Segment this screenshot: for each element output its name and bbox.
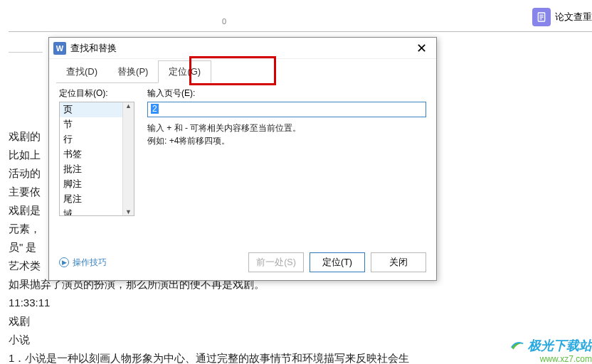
watermark-brand: 极光下载站 — [509, 337, 592, 354]
list-scrollbar[interactable]: ▲▼ — [122, 102, 134, 215]
list-item[interactable]: 行 — [60, 132, 122, 147]
doc-line: 小说 — [9, 331, 592, 348]
page-number-label: 输入页号(E): — [147, 87, 426, 100]
hint-line: 例如: +4将前移四项。 — [147, 134, 426, 147]
swoosh-icon — [509, 338, 525, 353]
page-number-value: 2 — [151, 104, 159, 114]
prev-button: 前一处(S) — [248, 252, 304, 272]
doc-tabstrip — [9, 31, 43, 53]
dialog-title: 查找和替换 — [70, 42, 411, 55]
target-label: 定位目标(O): — [59, 87, 134, 100]
watermark-url: www.xz7.com — [509, 354, 592, 364]
dialog-tabs: 查找(D) 替换(P) 定位(G) — [49, 59, 436, 83]
document-check-icon — [532, 8, 551, 26]
list-item[interactable]: 尾注 — [60, 192, 122, 207]
plagiarism-check-badge[interactable]: 论文查重 — [532, 7, 592, 27]
list-item[interactable]: 批注 — [60, 162, 122, 177]
doc-line: 戏剧 — [9, 312, 592, 330]
list-item[interactable]: 脚注 — [60, 177, 122, 192]
list-item[interactable]: 书签 — [60, 147, 122, 162]
tips-label: 操作技巧 — [73, 257, 107, 269]
list-item[interactable]: 页 — [60, 102, 122, 117]
close-button[interactable]: 关闭 — [371, 252, 426, 272]
doc-line: 1．小说是一种以刻画人物形象为中心、通过完整的故事情节和环境描写来反映社会生 — [9, 349, 592, 364]
play-icon: ▶ — [59, 257, 69, 267]
doc-line: 11:33:11 — [9, 294, 592, 311]
dialog-titlebar[interactable]: W 查找和替换 ✕ — [49, 38, 436, 59]
hint-text: 输入 + 和 - 可将相关内容移至当前位置。 例如: +4将前移四项。 — [147, 122, 426, 147]
close-icon[interactable]: ✕ — [411, 42, 432, 55]
tab-goto[interactable]: 定位(G) — [158, 60, 211, 83]
scroll-down-icon[interactable]: ▼ — [125, 208, 132, 215]
tab-replace[interactable]: 替换(P) — [107, 61, 158, 83]
goto-target-list[interactable]: 页 节 行 书签 批注 脚注 尾注 域 ▲▼ — [59, 102, 134, 216]
hint-line: 输入 + 和 - 可将相关内容移至当前位置。 — [147, 122, 426, 134]
badge-label: 论文查重 — [555, 11, 592, 23]
page-number-input[interactable]: 2 — [147, 102, 426, 117]
scroll-up-icon[interactable]: ▲ — [125, 102, 132, 109]
ruler-zero: 0 — [222, 17, 226, 26]
goto-button[interactable]: 定位(T) — [310, 252, 365, 272]
find-replace-dialog: W 查找和替换 ✕ 查找(D) 替换(P) 定位(G) 定位目标(O): 页 节… — [48, 37, 437, 281]
watermark: 极光下载站 www.xz7.com — [509, 337, 592, 364]
tips-link[interactable]: ▶ 操作技巧 — [59, 257, 107, 269]
app-icon: W — [53, 42, 66, 55]
list-item[interactable]: 域 — [60, 207, 122, 215]
tab-find[interactable]: 查找(D) — [56, 61, 107, 83]
list-item[interactable]: 节 — [60, 117, 122, 132]
ruler: 0 — [9, 0, 592, 32]
